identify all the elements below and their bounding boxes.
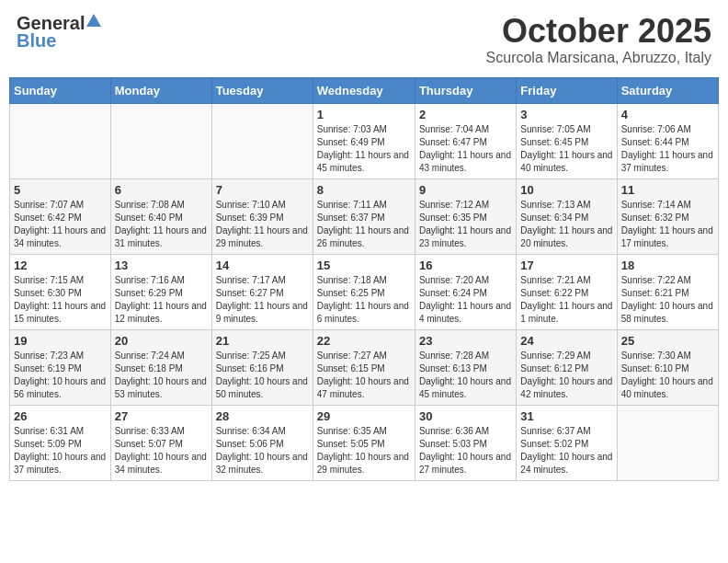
day-info: Sunrise: 6:35 AM Sunset: 5:05 PM Dayligh… (317, 425, 411, 477)
sunset-text: Sunset: 6:42 PM (14, 213, 82, 223)
sunset-text: Sunset: 6:39 PM (216, 213, 284, 223)
calendar-week-row: 26 Sunrise: 6:31 AM Sunset: 5:09 PM Dayl… (10, 405, 719, 480)
sunrise-text: Sunrise: 7:28 AM (419, 350, 489, 361)
day-number: 5 (14, 183, 107, 197)
day-info: Sunrise: 7:20 AM Sunset: 6:24 PM Dayligh… (419, 274, 512, 326)
day-info: Sunrise: 7:16 AM Sunset: 6:29 PM Dayligh… (115, 274, 208, 326)
sunrise-text: Sunrise: 7:11 AM (317, 200, 387, 210)
calendar-cell: 7 Sunrise: 7:10 AM Sunset: 6:39 PM Dayli… (211, 178, 313, 254)
calendar-cell: 17 Sunrise: 7:21 AM Sunset: 6:22 PM Dayl… (517, 254, 617, 329)
day-number: 6 (115, 183, 208, 197)
day-info: Sunrise: 7:05 AM Sunset: 6:45 PM Dayligh… (520, 123, 612, 175)
sunset-text: Sunset: 6:15 PM (317, 363, 385, 373)
day-number: 10 (520, 183, 612, 197)
weekday-header-tuesday: Tuesday (211, 77, 313, 103)
calendar-cell: 23 Sunrise: 7:28 AM Sunset: 6:13 PM Dayl… (415, 329, 516, 405)
calendar-cell: 25 Sunrise: 7:30 AM Sunset: 6:10 PM Dayl… (617, 329, 718, 405)
sunrise-text: Sunrise: 6:31 AM (14, 426, 84, 436)
day-info: Sunrise: 7:21 AM Sunset: 6:22 PM Dayligh… (520, 274, 612, 326)
sunset-text: Sunset: 5:06 PM (216, 439, 284, 449)
calendar-cell: 9 Sunrise: 7:12 AM Sunset: 6:35 PM Dayli… (415, 178, 516, 254)
weekday-header-monday: Monday (110, 77, 211, 103)
day-number: 2 (419, 108, 512, 121)
day-info: Sunrise: 7:10 AM Sunset: 6:39 PM Dayligh… (216, 199, 309, 250)
day-number: 8 (317, 183, 411, 197)
sunrise-text: Sunrise: 6:36 AM (419, 426, 489, 436)
sunrise-text: Sunrise: 7:16 AM (115, 275, 185, 285)
daylight-text: Daylight: 11 hours and 29 minutes. (216, 225, 308, 248)
sunrise-text: Sunrise: 7:06 AM (621, 124, 691, 134)
day-info: Sunrise: 7:14 AM Sunset: 6:32 PM Dayligh… (621, 199, 714, 250)
month-title: October 2025 (486, 13, 711, 50)
calendar-cell: 14 Sunrise: 7:17 AM Sunset: 6:27 PM Dayl… (211, 254, 313, 329)
daylight-text: Daylight: 10 hours and 37 minutes. (14, 452, 106, 475)
svg-marker-0 (86, 14, 101, 27)
day-number: 15 (317, 259, 411, 272)
calendar-cell (110, 103, 211, 178)
calendar-cell: 3 Sunrise: 7:05 AM Sunset: 6:45 PM Dayli… (517, 103, 617, 178)
sunset-text: Sunset: 6:13 PM (419, 363, 487, 373)
title-area: October 2025 Scurcola Marsicana, Abruzzo… (486, 13, 711, 66)
sunset-text: Sunset: 6:21 PM (621, 288, 689, 298)
sunrise-text: Sunrise: 7:25 AM (216, 350, 286, 361)
sunset-text: Sunset: 5:09 PM (14, 439, 82, 449)
logo-blue-text: Blue (17, 30, 56, 52)
day-info: Sunrise: 6:36 AM Sunset: 5:03 PM Dayligh… (419, 425, 512, 477)
day-number: 17 (520, 259, 612, 272)
calendar-week-row: 1 Sunrise: 7:03 AM Sunset: 6:49 PM Dayli… (10, 103, 719, 178)
sunset-text: Sunset: 5:03 PM (419, 439, 487, 449)
calendar-week-row: 19 Sunrise: 7:23 AM Sunset: 6:19 PM Dayl… (10, 329, 719, 405)
calendar-week-row: 5 Sunrise: 7:07 AM Sunset: 6:42 PM Dayli… (10, 178, 719, 254)
day-number: 28 (216, 409, 309, 423)
day-info: Sunrise: 7:30 AM Sunset: 6:10 PM Dayligh… (621, 350, 714, 401)
logo-arrow-icon (86, 14, 101, 30)
sunset-text: Sunset: 6:44 PM (621, 137, 689, 147)
day-number: 23 (419, 334, 512, 348)
sunrise-text: Sunrise: 6:37 AM (520, 426, 590, 436)
day-info: Sunrise: 7:22 AM Sunset: 6:21 PM Dayligh… (621, 274, 714, 326)
day-info: Sunrise: 7:24 AM Sunset: 6:18 PM Dayligh… (115, 350, 208, 401)
day-number: 25 (621, 334, 714, 348)
sunset-text: Sunset: 6:22 PM (520, 288, 588, 298)
calendar-cell: 29 Sunrise: 6:35 AM Sunset: 5:05 PM Dayl… (313, 405, 415, 480)
daylight-text: Daylight: 10 hours and 40 minutes. (621, 376, 713, 399)
day-info: Sunrise: 7:17 AM Sunset: 6:27 PM Dayligh… (216, 274, 309, 326)
day-info: Sunrise: 7:11 AM Sunset: 6:37 PM Dayligh… (317, 199, 411, 250)
calendar-cell: 8 Sunrise: 7:11 AM Sunset: 6:37 PM Dayli… (313, 178, 415, 254)
daylight-text: Daylight: 11 hours and 23 minutes. (419, 225, 511, 248)
sunset-text: Sunset: 6:27 PM (216, 288, 284, 298)
sunset-text: Sunset: 6:40 PM (115, 213, 183, 223)
calendar-cell: 18 Sunrise: 7:22 AM Sunset: 6:21 PM Dayl… (617, 254, 718, 329)
day-number: 20 (115, 334, 208, 348)
day-info: Sunrise: 7:12 AM Sunset: 6:35 PM Dayligh… (419, 199, 512, 250)
day-number: 14 (216, 259, 309, 272)
day-info: Sunrise: 7:06 AM Sunset: 6:44 PM Dayligh… (621, 123, 714, 175)
sunrise-text: Sunrise: 7:07 AM (14, 200, 84, 210)
day-number: 29 (317, 409, 411, 423)
daylight-text: Daylight: 11 hours and 1 minute. (520, 301, 612, 324)
day-info: Sunrise: 7:08 AM Sunset: 6:40 PM Dayligh… (115, 199, 208, 250)
sunrise-text: Sunrise: 6:34 AM (216, 426, 286, 436)
daylight-text: Daylight: 11 hours and 40 minutes. (520, 150, 612, 173)
sunset-text: Sunset: 6:10 PM (621, 363, 689, 373)
daylight-text: Daylight: 10 hours and 45 minutes. (419, 376, 511, 399)
calendar-cell (10, 103, 111, 178)
calendar-cell: 12 Sunrise: 7:15 AM Sunset: 6:30 PM Dayl… (10, 254, 111, 329)
sunset-text: Sunset: 6:12 PM (520, 363, 588, 373)
daylight-text: Daylight: 11 hours and 34 minutes. (14, 225, 106, 248)
daylight-text: Daylight: 10 hours and 29 minutes. (317, 452, 409, 475)
day-number: 24 (520, 334, 612, 348)
daylight-text: Daylight: 10 hours and 32 minutes. (216, 452, 308, 475)
weekday-header-friday: Friday (517, 77, 617, 103)
day-number: 27 (115, 409, 208, 423)
day-number: 11 (621, 183, 714, 197)
calendar-cell: 24 Sunrise: 7:29 AM Sunset: 6:12 PM Dayl… (517, 329, 617, 405)
page-header: General Blue October 2025 Scurcola Marsi… (9, 9, 719, 70)
daylight-text: Daylight: 10 hours and 53 minutes. (115, 376, 207, 399)
daylight-text: Daylight: 10 hours and 47 minutes. (317, 376, 409, 399)
sunset-text: Sunset: 6:32 PM (621, 213, 689, 223)
day-info: Sunrise: 6:31 AM Sunset: 5:09 PM Dayligh… (14, 425, 107, 477)
day-number: 21 (216, 334, 309, 348)
weekday-header-wednesday: Wednesday (313, 77, 415, 103)
sunset-text: Sunset: 6:49 PM (317, 137, 385, 147)
